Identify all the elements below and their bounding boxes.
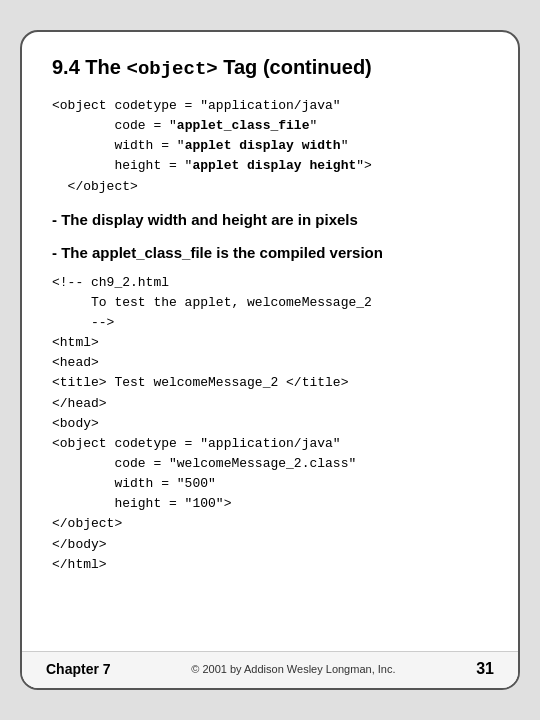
code-line: </body>: [52, 535, 488, 555]
code-line: <!-- ch9_2.html: [52, 273, 488, 293]
code-line: </object>: [52, 514, 488, 534]
bullet-1: - The display width and height are in pi…: [52, 209, 488, 230]
footer-page: 31: [476, 660, 494, 678]
title-code: <object>: [126, 58, 217, 80]
bullet-2: - The applet_class_file is the compiled …: [52, 242, 488, 263]
code-line: </object>: [52, 177, 488, 197]
title-paren: (continued): [263, 56, 372, 78]
code-line: <html>: [52, 333, 488, 353]
code-line: </head>: [52, 394, 488, 414]
code-line: <head>: [52, 353, 488, 373]
code-line: -->: [52, 313, 488, 333]
slide-footer: Chapter 7 © 2001 by Addison Wesley Longm…: [22, 651, 518, 688]
code-line: <body>: [52, 414, 488, 434]
code-line: To test the applet, welcomeMessage_2: [52, 293, 488, 313]
code-line: height = "applet display height">: [52, 156, 488, 176]
title-prefix: 9.4 The: [52, 56, 126, 78]
code-line: <title> Test welcomeMessage_2 </title>: [52, 373, 488, 393]
code-line: width = "applet display width": [52, 136, 488, 156]
slide-title: 9.4 The <object> Tag (continued): [52, 56, 488, 80]
code-line: code = "welcomeMessage_2.class": [52, 454, 488, 474]
code-line: height = "100">: [52, 494, 488, 514]
code-line: code = "applet_class_file": [52, 116, 488, 136]
code-line: </html>: [52, 555, 488, 575]
slide-container: 9.4 The <object> Tag (continued) <object…: [20, 30, 520, 690]
code-block-2: <!-- ch9_2.html To test the applet, welc…: [52, 273, 488, 575]
code-line: <object codetype = "application/java": [52, 434, 488, 454]
code-block-1: <object codetype = "application/java" co…: [52, 96, 488, 197]
code-line: <object codetype = "application/java": [52, 96, 488, 116]
slide-content: 9.4 The <object> Tag (continued) <object…: [22, 32, 518, 651]
code-line: width = "500": [52, 474, 488, 494]
footer-copyright: © 2001 by Addison Wesley Longman, Inc.: [191, 663, 395, 675]
title-suffix: Tag: [218, 56, 263, 78]
footer-chapter: Chapter 7: [46, 661, 111, 677]
